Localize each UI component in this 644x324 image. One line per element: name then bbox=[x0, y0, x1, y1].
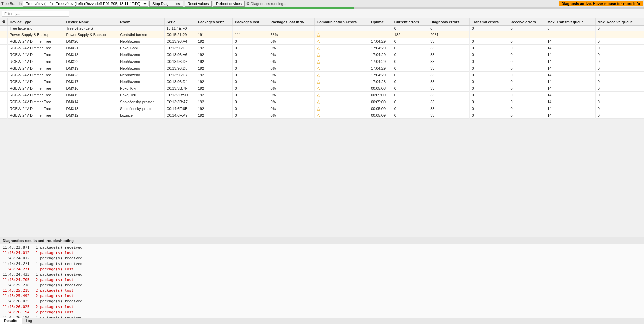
col-device-type[interactable]: Device Type bbox=[8, 18, 64, 25]
col-pkg-lost-pct[interactable]: Packages lost in % bbox=[268, 18, 315, 25]
cell-max-tx: 14 bbox=[545, 98, 595, 105]
col-comm-errors[interactable]: Communication Errors bbox=[314, 18, 369, 25]
table-row[interactable]: RGBW 24V Dimmer Tree DMX22 Nepřiřazeno C… bbox=[0, 58, 644, 65]
col-gear[interactable]: ⚙ bbox=[0, 18, 8, 25]
col-cur-errors[interactable]: Current errors bbox=[392, 18, 428, 25]
cell-pkg-sent: 192 bbox=[196, 98, 233, 105]
row-gear-cell[interactable] bbox=[0, 51, 8, 58]
table-row[interactable]: RGBW 24V Dimmer Tree DMX20 Nepřiřazeno C… bbox=[0, 38, 644, 45]
table-row[interactable]: RGBW 24V Dimmer Tree DMX15 Pokoj Teri C0… bbox=[0, 92, 644, 98]
col-max-rx[interactable]: Max. Receive queue bbox=[595, 18, 644, 25]
cell-cur-errors: 0 bbox=[392, 105, 428, 112]
cell-rx-errors: 0 bbox=[508, 92, 545, 98]
table-row[interactable]: RGBW 24V Dimmer Tree DMX19 Nepřiřazeno C… bbox=[0, 65, 644, 72]
cell-uptime: 00:05:09 bbox=[369, 92, 392, 98]
col-rx-errors[interactable]: Receive errors bbox=[508, 18, 545, 25]
col-serial[interactable]: Serial bbox=[164, 18, 196, 25]
warning-icon: △ bbox=[317, 39, 320, 44]
cell-diag-errors: 33 bbox=[428, 72, 470, 78]
row-gear-cell[interactable] bbox=[0, 72, 8, 78]
row-gear-cell[interactable] bbox=[0, 58, 8, 65]
cell-max-rx: 0 bbox=[595, 25, 644, 31]
row-gear-cell[interactable] bbox=[0, 25, 8, 31]
cell-diag-errors: 33 bbox=[428, 92, 470, 98]
col-room[interactable]: Room bbox=[118, 18, 164, 25]
cell-serial: C0:13:96:A6 bbox=[164, 51, 196, 58]
table-row[interactable]: RGBW 24V Dimmer Tree DMX12 Ložnice C0:14… bbox=[0, 112, 644, 119]
cell-rx-errors: --- bbox=[508, 31, 545, 38]
log-timestamp: 11:43:26.025 bbox=[3, 304, 33, 310]
cell-serial: C0:13:96:D5 bbox=[164, 45, 196, 51]
row-gear-cell[interactable] bbox=[0, 92, 8, 98]
cell-tx-errors: 0 bbox=[470, 105, 508, 112]
cell-cur-errors: 0 bbox=[392, 72, 428, 78]
cell-pkg-lost: 0 bbox=[233, 58, 268, 65]
table-row[interactable]: RGBW 24V Dimmer Tree DMX17 Nepřiřazeno C… bbox=[0, 78, 644, 85]
cell-pkg-lost: 0 bbox=[233, 65, 268, 72]
log-entry: 11:43:24.2711 package(s) received bbox=[3, 261, 641, 267]
cell-room: Nepřiřazeno bbox=[118, 78, 164, 85]
row-gear-cell[interactable] bbox=[0, 98, 8, 105]
col-uptime[interactable]: Uptime bbox=[369, 18, 392, 25]
log-entry: 11:43:24.4331 package(s) received bbox=[3, 272, 641, 277]
row-gear-cell[interactable] bbox=[0, 105, 8, 112]
row-gear-cell[interactable] bbox=[0, 38, 8, 45]
log-entry: 11:43:23.8711 package(s) received bbox=[3, 245, 641, 250]
reset-values-button[interactable]: Reset values bbox=[185, 1, 212, 7]
warning-icon: △ bbox=[317, 79, 320, 84]
cell-pkg-lost: 0 bbox=[233, 98, 268, 105]
table-row[interactable]: Power Supply & Backup Power Supply & Bac… bbox=[0, 31, 644, 38]
cell-room: Společenský prostor bbox=[118, 105, 164, 112]
cell-device-name: DMX14 bbox=[64, 98, 118, 105]
cell-serial: 13:11:4E:F0 bbox=[164, 25, 196, 31]
col-device-name[interactable]: Device Name bbox=[64, 18, 118, 25]
bottom-tab-log[interactable]: Log bbox=[22, 318, 36, 324]
log-timestamp: 11:43:25.218 bbox=[3, 283, 33, 288]
col-pkg-lost[interactable]: Packages lost bbox=[233, 18, 268, 25]
device-table-container[interactable]: ⚙ Device Type Device Name Room Serial Pa… bbox=[0, 18, 644, 237]
table-row[interactable]: RGBW 24V Dimmer Tree DMX18 Nepřiřazeno C… bbox=[0, 51, 644, 58]
tree-branch-select[interactable]: Tree větev (Left) - Tree větev (Left) (R… bbox=[23, 1, 148, 7]
cell-device-type: RGBW 24V Dimmer Tree bbox=[8, 112, 64, 119]
table-row[interactable]: RGBW 24V Dimmer Tree DMX16 Pokoj Kiki C0… bbox=[0, 85, 644, 92]
row-gear-cell[interactable] bbox=[0, 78, 8, 85]
cell-device-name: DMX18 bbox=[64, 51, 118, 58]
table-row[interactable]: Tree Extension Tree větev (Left) 13:11:4… bbox=[0, 25, 644, 31]
cell-device-type: RGBW 24V Dimmer Tree bbox=[8, 38, 64, 45]
cell-serial: C0:13:96:A4 bbox=[164, 38, 196, 45]
cell-uptime: 17:04:29 bbox=[369, 58, 392, 65]
row-gear-cell[interactable] bbox=[0, 65, 8, 72]
cell-max-tx: 5 bbox=[545, 25, 595, 31]
row-gear-cell[interactable] bbox=[0, 112, 8, 119]
table-row[interactable]: RGBW 24V Dimmer Tree DMX13 Společenský p… bbox=[0, 105, 644, 112]
bottom-tab-results[interactable]: Results bbox=[0, 318, 22, 324]
table-row[interactable]: RGBW 24V Dimmer Tree DMX23 Nepřiřazeno C… bbox=[0, 72, 644, 78]
cell-rx-errors: 0 bbox=[508, 78, 545, 85]
table-row[interactable]: RGBW 24V Dimmer Tree DMX21 Pokoj Babi C0… bbox=[0, 45, 644, 51]
filter-input[interactable] bbox=[2, 11, 69, 17]
table-row[interactable]: RGBW 24V Dimmer Tree DMX14 Společenský p… bbox=[0, 98, 644, 105]
reboot-devices-button[interactable]: Reboot devices bbox=[213, 1, 245, 7]
cell-max-tx: 14 bbox=[545, 65, 595, 72]
cell-max-tx: 14 bbox=[545, 45, 595, 51]
cell-tx-errors: 0 bbox=[470, 51, 508, 58]
cell-max-tx: 14 bbox=[545, 105, 595, 112]
log-message: 1 package(s) received bbox=[36, 272, 82, 277]
cell-diag-errors: 33 bbox=[428, 51, 470, 58]
log-entry: 11:43:26.1942 package(s) lost bbox=[3, 310, 641, 315]
stop-diagnostics-button[interactable]: Stop Diagnostics bbox=[149, 1, 183, 7]
cell-cur-errors: 0 bbox=[392, 45, 428, 51]
row-gear-cell[interactable] bbox=[0, 31, 8, 38]
col-pkg-sent[interactable]: Packages sent bbox=[196, 18, 233, 25]
log-entry: 11:43:26.0252 package(s) lost bbox=[3, 304, 641, 310]
row-gear-cell[interactable] bbox=[0, 45, 8, 51]
cell-max-tx: 14 bbox=[545, 85, 595, 92]
row-gear-cell[interactable] bbox=[0, 85, 8, 92]
diagnostics-log[interactable]: 11:43:23.8711 package(s) received11:43:2… bbox=[0, 244, 644, 318]
col-tx-errors[interactable]: Transmit errors bbox=[470, 18, 508, 25]
cell-comm-errors: △ bbox=[314, 78, 369, 85]
log-timestamp: 11:43:24.271 bbox=[3, 261, 33, 267]
col-diag-errors[interactable]: Diagnosis errors bbox=[428, 18, 470, 25]
col-max-tx[interactable]: Max. Transmit queue bbox=[545, 18, 595, 25]
cell-room: Pokoj Kiki bbox=[118, 85, 164, 92]
